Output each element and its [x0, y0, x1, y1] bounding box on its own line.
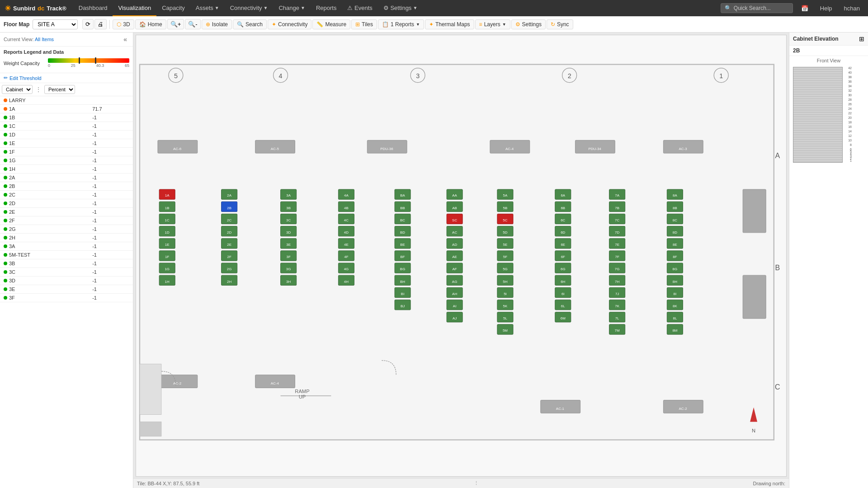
nav-connectivity[interactable]: Connectivity ▼	[225, 0, 274, 16]
rack-number-30: 30	[848, 94, 852, 96]
drag-handle[interactable]: ⋮	[34, 86, 42, 93]
sync-button[interactable]: ↻Sync	[547, 19, 573, 29]
svg-text:7M: 7M	[615, 328, 620, 333]
row-label-a: A	[775, 152, 780, 160]
table-row[interactable]: 2A -1	[0, 174, 133, 182]
table-row[interactable]: LARRY	[0, 96, 133, 105]
nav-reports[interactable]: Reports	[311, 0, 342, 16]
svg-text:3A: 3A	[286, 193, 291, 197]
svg-text:2A: 2A	[227, 193, 231, 197]
table-row[interactable]: 3D -1	[0, 277, 133, 285]
table-row[interactable]: 1E -1	[0, 139, 133, 148]
table-row[interactable]: 1H -1	[0, 165, 133, 174]
isolate-button[interactable]: ⊕Isolate	[202, 19, 232, 29]
table-row[interactable]: 1D -1	[0, 131, 133, 139]
svg-text:5M: 5M	[503, 328, 508, 333]
table-row[interactable]: 1A 71.7	[0, 105, 133, 113]
svg-text:3C: 3C	[286, 218, 291, 222]
floor-map-area[interactable]: A B C 5 4 3 2 1 A	[133, 33, 789, 488]
current-view-link[interactable]: All Items	[35, 37, 54, 42]
status-dot	[4, 176, 7, 179]
nav-events[interactable]: ⚠ Events	[342, 0, 377, 16]
thermal-maps-button[interactable]: ✦Thermal Maps	[425, 19, 474, 29]
svg-text:6D: 6D	[561, 230, 565, 235]
table-row[interactable]: 2F -1	[0, 216, 133, 225]
calendar-icon[interactable]: 📅	[797, 5, 812, 12]
expand-button[interactable]: ⊞	[859, 35, 864, 42]
cabinet-elevation-title: Cabinet Elevation	[793, 36, 839, 42]
measure-button[interactable]: 📏Measure	[312, 19, 350, 29]
table-row[interactable]: 2G -1	[0, 225, 133, 234]
table-row[interactable]: 1G -1	[0, 156, 133, 165]
table-row[interactable]: 1F -1	[0, 148, 133, 156]
elevation-view: Front View 42403836343230282624222018161…	[789, 56, 868, 488]
top-nav-right: 🔍 Quick Search... 📅 Help hchan	[721, 3, 863, 13]
svg-rect-224	[743, 275, 766, 319]
svg-text:5H: 5H	[503, 280, 507, 284]
status-dot	[4, 287, 7, 291]
table-row[interactable]: 2D -1	[0, 199, 133, 208]
svg-text:AC-1: AC-1	[556, 407, 565, 411]
user-menu[interactable]: hchan	[840, 5, 863, 12]
table-row[interactable]: 1C -1	[0, 122, 133, 131]
context-menu-dots[interactable]: ⋮	[474, 480, 479, 486]
svg-text:8H: 8H	[673, 280, 677, 284]
nav-capacity[interactable]: Capacity	[156, 0, 190, 16]
table-row[interactable]: 3E -1	[0, 285, 133, 294]
nav-visualization[interactable]: Visualization	[113, 0, 156, 16]
settings-toolbar-button[interactable]: ⚙Settings	[511, 19, 546, 29]
main-layout: Current View: All Items « Reports Legend…	[0, 33, 868, 488]
rack-number-1: 1	[850, 160, 852, 162]
rack-number-40: 40	[848, 71, 852, 74]
rack-number-36: 36	[848, 80, 852, 83]
table-row[interactable]: 2B -1	[0, 182, 133, 191]
svg-text:6B: 6B	[561, 206, 565, 210]
refresh-button[interactable]: ⟳	[82, 19, 94, 29]
col2-select[interactable]: Percent	[44, 85, 75, 94]
zoom-in-button[interactable]: 🔍+	[167, 19, 184, 29]
svg-rect-237	[140, 422, 161, 436]
connectivity-button[interactable]: ✦Connectivity	[268, 19, 311, 29]
status-dot	[4, 184, 7, 188]
help-button[interactable]: Help	[816, 5, 836, 12]
table-row[interactable]: 2H -1	[0, 234, 133, 242]
layers-button[interactable]: ≡Layers ▼	[475, 19, 510, 29]
nav-change[interactable]: Change ▼	[273, 0, 310, 16]
table-row[interactable]: 3A -1	[0, 242, 133, 251]
table-row[interactable]: 2E -1	[0, 208, 133, 216]
nav-assets[interactable]: Assets ▼	[190, 0, 225, 16]
nav-dashboard[interactable]: Dashboard	[73, 0, 113, 16]
table-row[interactable]: 3C -1	[0, 268, 133, 277]
tiles-button[interactable]: ⊞Tiles	[351, 19, 377, 29]
quick-search-box[interactable]: 🔍 Quick Search...	[721, 3, 793, 13]
floor-map-canvas[interactable]: A B C 5 4 3 2 1 A	[136, 35, 787, 477]
print-button[interactable]: 🖨	[94, 19, 107, 29]
collapse-panel-button[interactable]: «	[121, 35, 129, 44]
site-select[interactable]: SITE A	[33, 19, 78, 29]
3d-button[interactable]: ⬡3D	[113, 19, 134, 29]
table-row[interactable]: 1B -1	[0, 113, 133, 122]
svg-text:6L: 6L	[561, 304, 565, 308]
drawing-north: Drawing north:	[753, 481, 785, 486]
reports-button[interactable]: 📋1 Reports ▼	[378, 19, 424, 29]
cabinet-elevation-header: Cabinet Elevation ⊞	[789, 33, 868, 46]
zoom-out-button[interactable]: 🔍-	[185, 19, 200, 29]
svg-text:1B: 1B	[165, 206, 170, 210]
edit-threshold-button[interactable]: ✏ Edit Threshold	[0, 73, 133, 83]
table-row[interactable]: 3B -1	[0, 259, 133, 268]
cabinet-name: 2H	[0, 234, 89, 242]
svg-text:1E: 1E	[165, 243, 170, 247]
svg-text:AF: AF	[453, 267, 457, 271]
svg-text:6G: 6G	[561, 267, 566, 271]
svg-text:1C: 1C	[165, 218, 170, 222]
search-button[interactable]: 🔍Search	[233, 19, 267, 29]
rack-number-28: 28	[848, 99, 852, 101]
col1-select[interactable]: Cabinet	[2, 85, 33, 94]
table-row[interactable]: 3F -1	[0, 294, 133, 302]
table-row[interactable]: 2C -1	[0, 191, 133, 199]
marker-0: 0	[48, 63, 50, 68]
nav-settings[interactable]: ⚙ Settings ▼	[378, 0, 423, 16]
home-button[interactable]: 🏠Home	[135, 19, 166, 29]
cabinet-percent: -1	[89, 268, 133, 277]
table-row[interactable]: 5M-TEST -1	[0, 251, 133, 259]
